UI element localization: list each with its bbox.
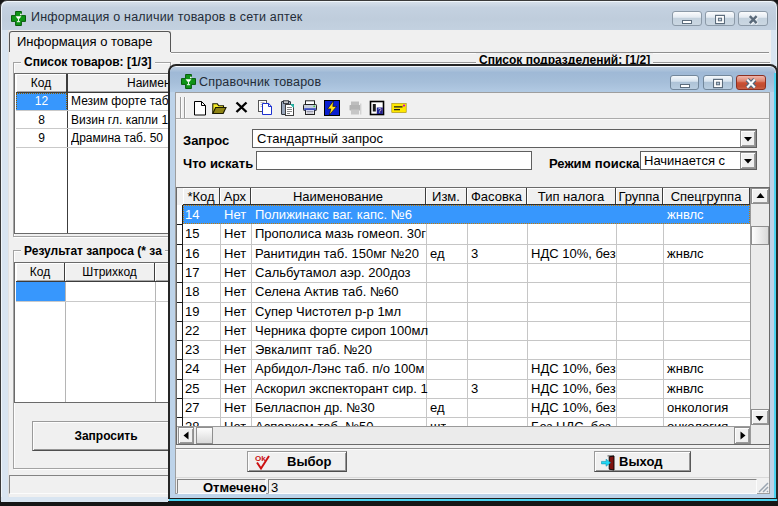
svg-text:?: ?	[378, 107, 382, 114]
